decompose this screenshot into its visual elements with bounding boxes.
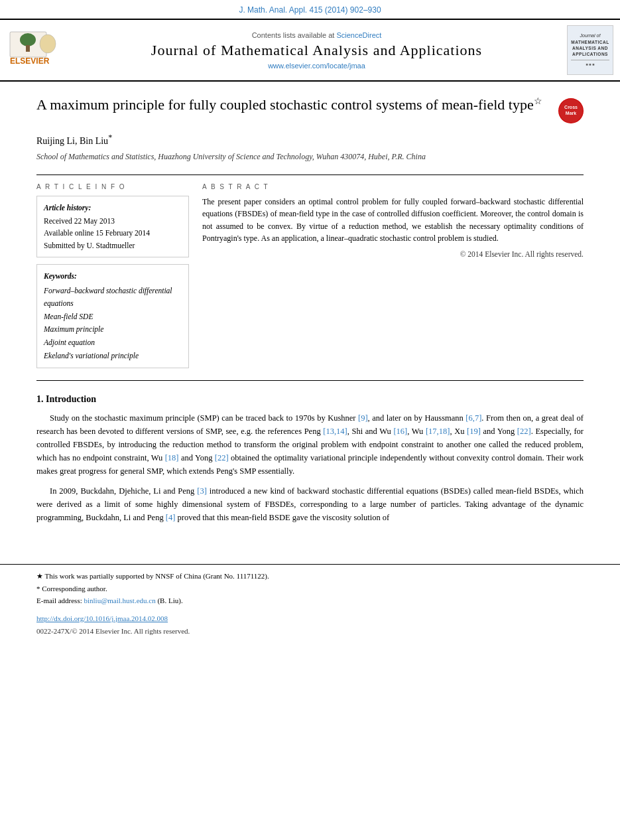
ref-22[interactable]: [22] (517, 427, 531, 436)
info-abstract-section: A R T I C L E I N F O Article history: R… (36, 175, 584, 368)
doi-line: http://dx.doi.org/10.1016/j.jmaa.2014.02… (36, 612, 584, 625)
ref-13-14[interactable]: [13,14] (323, 427, 347, 436)
svg-text:ELSEVIER: ELSEVIER (10, 56, 50, 66)
article-info-label: A R T I C L E I N F O (36, 183, 189, 190)
ref-4[interactable]: [4] (166, 513, 176, 522)
article-title: A maximum principle for fully coupled st… (36, 95, 584, 115)
title-section: Cross Mark A maximum principle for fully… (36, 95, 584, 123)
svg-point-1 (20, 33, 36, 46)
footer-copyright: 0022-247X/© 2014 Elsevier Inc. All right… (36, 625, 584, 638)
ref-3[interactable]: [3] (197, 486, 207, 496)
crossmark-badge[interactable]: Cross Mark (558, 98, 584, 123)
ref-17-18[interactable]: [17,18] (426, 427, 450, 436)
journal-title: Journal of Mathematical Analysis and App… (73, 42, 560, 59)
affiliation: School of Mathematics and Statistics, Hu… (36, 151, 584, 163)
ref-16[interactable]: [16] (393, 427, 407, 436)
ref-6-7[interactable]: [6,7] (465, 413, 481, 423)
ref-19[interactable]: [19] (467, 427, 481, 436)
footer-notes: ★ This work was partially supported by N… (0, 564, 620, 642)
elsevier-logo: ELSEVIER (7, 31, 66, 70)
footnote-star2: * Corresponding author. (36, 583, 584, 595)
submitted-by: Submitted by U. Stadtmueller (44, 240, 182, 251)
journal-header: ELSEVIER Contents lists available at Sci… (0, 19, 620, 82)
contents-line: Contents lists available at ScienceDirec… (73, 31, 560, 39)
main-content: Cross Mark A maximum principle for fully… (0, 82, 620, 544)
keywords-label: Keywords: (44, 270, 182, 283)
footnote-star: ★ This work was partially supported by N… (36, 570, 584, 583)
footnote-email: E-mail address: binliu@mail.hust.edu.cn … (36, 595, 584, 607)
abstract-text: The present paper considers an optimal c… (202, 196, 584, 245)
svg-text:Mark: Mark (566, 111, 576, 115)
article-history-box: Article history: Received 22 May 2013 Av… (36, 196, 189, 258)
ref-18[interactable]: [18] (165, 453, 179, 462)
svg-rect-2 (26, 45, 30, 52)
header-center: Contents lists available at ScienceDirec… (73, 31, 560, 70)
doi-link[interactable]: http://dx.doi.org/10.1016/j.jmaa.2014.02… (36, 614, 168, 622)
journal-reference: J. Math. Anal. Appl. 415 (2014) 902–930 (0, 0, 620, 19)
keyword-1: Forward–backward stochastic differential… (44, 285, 182, 311)
journal-url[interactable]: www.elsevier.com/locate/jmaa (73, 62, 560, 70)
ref-9[interactable]: [9] (358, 413, 368, 423)
keyword-4: Adjoint equation (44, 336, 182, 350)
introduction-section: 1. Introduction Study on the stochastic … (36, 394, 584, 524)
journal-thumbnail: Journal of MATHEMATICALANALYSIS ANDAPPLI… (567, 25, 613, 75)
keyword-3: Maximum principle (44, 323, 182, 336)
ref-22b[interactable]: [22] (215, 453, 229, 462)
keyword-2: Mean-field SDE (44, 311, 182, 324)
history-label: Article history: (44, 202, 182, 214)
available-date: Available online 15 February 2014 (44, 227, 182, 239)
received-date: Received 22 May 2013 (44, 215, 182, 227)
intro-paragraph-2: In 2009, Buckdahn, Djehiche, Li and Peng… (36, 484, 584, 524)
abstract-column: A B S T R A C T The present paper consid… (202, 183, 584, 368)
intro-paragraph-1: Study on the stochastic maximum principl… (36, 411, 584, 478)
abstract-copyright: © 2014 Elsevier Inc. All rights reserved… (202, 250, 584, 258)
authors: Ruijing Li, Bin Liu* (36, 133, 584, 147)
keyword-5: Ekeland's variational principle (44, 350, 182, 363)
keywords-box: Keywords: Forward–backward stochastic di… (36, 264, 189, 368)
abstract-label: A B S T R A C T (202, 183, 584, 190)
introduction-heading: 1. Introduction (36, 394, 584, 405)
svg-point-3 (40, 35, 56, 53)
svg-text:Cross: Cross (564, 105, 578, 109)
article-info-column: A R T I C L E I N F O Article history: R… (36, 183, 189, 368)
section-divider (36, 380, 584, 381)
